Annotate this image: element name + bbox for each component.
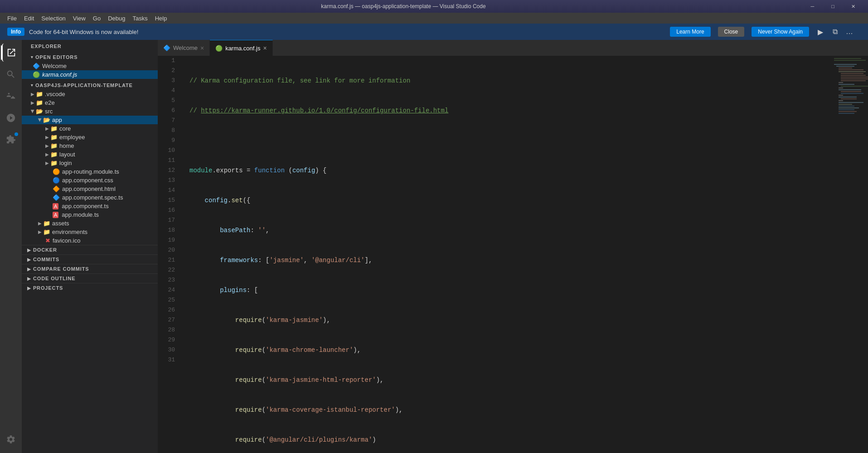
code-editor[interactable]: // Karma configuration file, see link fo…: [180, 56, 832, 453]
code-line-7: frameworks: ['jasmine', '@angular/cli'],: [189, 255, 832, 265]
close-button[interactable]: ✕: [843, 0, 863, 13]
code-line-12: require('karma-coverage-istanbul-reporte…: [189, 405, 832, 415]
sidebar-section-projects[interactable]: ▶ PROJECTS: [22, 283, 158, 292]
svg-rect-26: [839, 107, 859, 108]
tab-close-karma[interactable]: ×: [263, 44, 267, 52]
activity-settings[interactable]: [2, 430, 20, 448]
arrow-right-icon: ▶: [31, 92, 34, 97]
never-show-again-button[interactable]: Never Show Again: [752, 27, 809, 37]
sidebar-section-docker[interactable]: ▶ DOCKER: [22, 245, 158, 254]
svg-rect-27: [839, 109, 854, 110]
svg-rect-9: [841, 77, 868, 78]
run-button[interactable]: ▶: [814, 25, 827, 39]
sidebar-item-app-html[interactable]: 🔶 app.component.html: [22, 185, 158, 193]
learn-more-button[interactable]: Learn More: [670, 27, 710, 37]
arrow-right-icon: ▶: [45, 135, 49, 140]
activity-source-control[interactable]: [2, 87, 20, 105]
menu-go[interactable]: Go: [89, 14, 104, 23]
arrow-right-icon: ▶: [27, 286, 31, 291]
svg-rect-20: [839, 97, 857, 97]
project-title[interactable]: ▾OASP4JS-APPLICATION-TEMPLATE: [22, 79, 158, 90]
activity-debug[interactable]: [2, 109, 20, 127]
sidebar-item-app-css[interactable]: 🔵 app.component.css: [22, 176, 158, 185]
svg-rect-16: [839, 89, 861, 90]
welcome-tab-icon: 🔷: [163, 44, 170, 51]
svg-rect-11: [841, 80, 866, 81]
sidebar-section-code-outline[interactable]: ▶ CODE OUTLINE: [22, 273, 158, 283]
svg-rect-12: [839, 82, 843, 83]
info-badge: Info: [7, 28, 24, 36]
menu-tasks[interactable]: Tasks: [129, 14, 151, 23]
sidebar-item-vscode[interactable]: ▶ 📁 .vscode: [22, 90, 158, 98]
welcome-icon: 🔷: [33, 63, 40, 69]
svg-rect-1: [834, 60, 866, 61]
line-numbers: 1 2 3 4 5 6 7 8 9 10 11 12 13 14 15 16 1…: [158, 56, 180, 453]
sidebar-item-favicon[interactable]: ✖ favicon.ico: [22, 236, 158, 245]
code-line-6: basePath: '',: [189, 225, 832, 235]
tab-welcome[interactable]: 🔷 Welcome ×: [158, 40, 210, 56]
tab-close-welcome[interactable]: ×: [200, 44, 204, 52]
sidebar-item-e2e[interactable]: ▶ 📁 e2e: [22, 98, 158, 107]
sidebar-item-welcome[interactable]: 🔷 Welcome: [22, 62, 158, 70]
code-line-8: plugins: [: [189, 285, 832, 295]
activity-search[interactable]: [2, 65, 20, 83]
explorer-title: EXPLORER: [22, 40, 158, 51]
sidebar-item-environments[interactable]: ▶ 📁 environments: [22, 228, 158, 236]
minimap: [832, 56, 868, 453]
menu-selection[interactable]: Selection: [38, 14, 69, 23]
sidebar-item-home[interactable]: ▶ 📁 home: [22, 141, 158, 150]
code-line-3: [189, 136, 832, 146]
arrow-down-icon: ▶: [30, 110, 35, 113]
svg-rect-0: [834, 58, 861, 59]
close-notification-button[interactable]: Close: [718, 27, 745, 37]
sidebar-item-app-routing[interactable]: 🟠 app-routing.module.ts: [22, 167, 158, 176]
menu-edit[interactable]: Edit: [20, 14, 38, 23]
svg-rect-17: [841, 91, 861, 92]
arrow-right-icon: ▶: [27, 267, 31, 272]
editor-tabs: 🔷 Welcome × 🟢 karma.conf.js ×: [158, 40, 868, 56]
sidebar-section-commits[interactable]: ▶ COMMITS: [22, 254, 158, 264]
editor-area: 🔷 Welcome × 🟢 karma.conf.js × 1 2 3 4 5 …: [158, 40, 868, 453]
svg-rect-25: [839, 106, 854, 107]
svg-rect-6: [839, 71, 866, 72]
svg-rect-18: [841, 93, 863, 94]
menu-debug[interactable]: Debug: [104, 14, 129, 23]
titlebar: karma.conf.js — oasp4js-application-temp…: [0, 0, 868, 13]
sidebar-item-app[interactable]: ▶ 📂 app: [22, 116, 158, 124]
svg-rect-29: [839, 113, 854, 114]
menu-help[interactable]: Help: [151, 14, 171, 23]
maximize-button[interactable]: □: [823, 0, 843, 13]
svg-rect-2: [834, 64, 857, 65]
code-line-13: require('@angular/cli/plugins/karma'): [189, 435, 832, 445]
activity-explorer[interactable]: [2, 44, 20, 62]
sidebar-item-employee[interactable]: ▶ 📁 employee: [22, 133, 158, 141]
menu-view[interactable]: View: [69, 14, 89, 23]
sidebar-item-src[interactable]: ▶ 📂 src: [22, 107, 158, 116]
sidebar-item-app-component[interactable]: A app.component.ts: [22, 202, 158, 210]
sidebar-item-karma-conf[interactable]: 🟢 karma.conf.js: [22, 70, 158, 79]
tab-karma-conf[interactable]: 🟢 karma.conf.js ×: [210, 40, 273, 56]
sidebar-item-layout[interactable]: ▶ 📁 layout: [22, 150, 158, 159]
svg-rect-3: [836, 66, 854, 67]
sidebar-item-app-spec[interactable]: 🔷 app.component.spec.ts: [22, 193, 158, 202]
open-editors-title[interactable]: ▾OPEN EDITORS: [22, 51, 158, 62]
code-line-11: require('karma-jasmine-html-reporter'),: [189, 375, 832, 385]
svg-rect-21: [841, 98, 857, 99]
split-editor-button[interactable]: ⧉: [828, 25, 842, 39]
svg-rect-22: [839, 100, 843, 101]
code-container[interactable]: 1 2 3 4 5 6 7 8 9 10 11 12 13 14 15 16 1…: [158, 56, 868, 453]
arrow-right-icon: ▶: [45, 126, 49, 131]
arrow-right-icon: ▶: [45, 143, 49, 148]
arrow-right-icon: ▶: [31, 100, 34, 105]
sidebar-item-app-module[interactable]: A app.module.ts: [22, 210, 158, 219]
activity-extensions[interactable]: [2, 131, 20, 149]
sidebar-section-compare-commits[interactable]: ▶ COMPARE COMMITS: [22, 264, 158, 273]
sidebar-item-core[interactable]: ▶ 📁 core: [22, 124, 158, 133]
more-actions-button[interactable]: …: [843, 25, 856, 39]
minimize-button[interactable]: ─: [802, 0, 823, 13]
menu-file[interactable]: File: [4, 14, 20, 23]
sidebar-item-login[interactable]: ▶ 📁 login: [22, 159, 158, 167]
svg-rect-5: [839, 69, 863, 70]
sidebar-item-assets[interactable]: ▶ 📁 assets: [22, 219, 158, 228]
main-area: EXPLORER ▾OPEN EDITORS 🔷 Welcome 🟢 karma…: [0, 40, 868, 453]
